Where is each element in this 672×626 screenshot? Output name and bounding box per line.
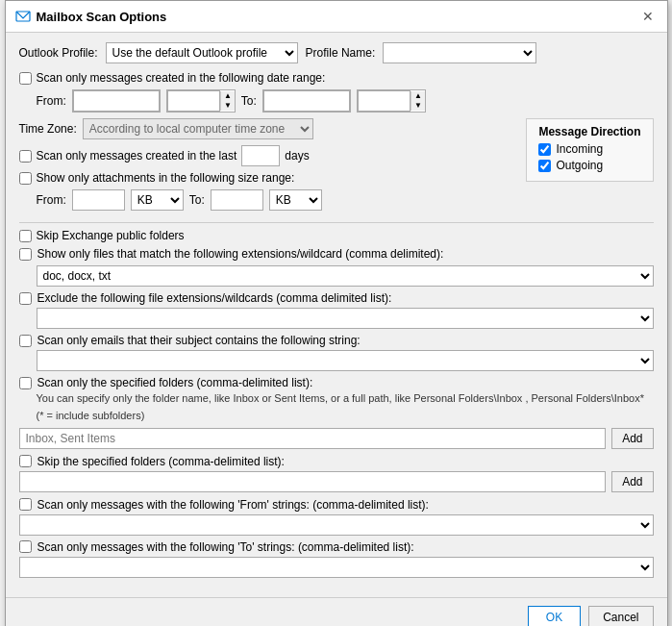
outgoing-checkbox[interactable] — [538, 160, 551, 172]
last-days-row[interactable]: Scan only messages created in the last 5… — [19, 145, 511, 166]
skip-folders-checkbox[interactable] — [19, 455, 32, 467]
attach-to-unit[interactable]: KBMBGB — [269, 189, 322, 211]
show-extensions-input-row: doc, docx, txt — [37, 265, 654, 287]
exclude-extensions-label: Exclude the following file extensions/wi… — [37, 291, 392, 305]
bottom-bar: OK Cancel — [6, 597, 667, 626]
skip-folders-input[interactable] — [19, 471, 607, 492]
show-extensions-input[interactable]: doc, docx, txt — [37, 265, 654, 287]
exclude-extensions-input[interactable] — [37, 308, 654, 329]
scan-folders-input-row: Add — [19, 428, 654, 449]
show-extensions-label: Show only files that match the following… — [37, 247, 654, 261]
skip-exchange-checkbox[interactable] — [19, 230, 32, 242]
ok-button[interactable]: OK — [528, 606, 581, 626]
to-time-input[interactable]: 0:00:00 — [358, 90, 411, 112]
from-strings-input-row — [19, 514, 654, 536]
scan-folders-add-button[interactable]: Add — [611, 428, 653, 449]
attach-from-input[interactable]: 0 — [72, 189, 125, 211]
attach-from-unit[interactable]: KBMBGB — [131, 189, 184, 211]
close-button[interactable]: ✕ — [638, 7, 658, 26]
to-time-spinner-btns: ▲ ▼ — [411, 91, 425, 111]
attachments-range-row: From: 0 KBMBGB To: 1000 KBMBGB — [37, 189, 511, 211]
show-extensions-checkbox[interactable] — [19, 248, 32, 261]
last-days-label: Scan only messages created in the last — [37, 149, 237, 163]
timezone-select[interactable]: According to local computer time zone — [83, 118, 313, 139]
to-strings-row: Scan only messages with the following 'T… — [19, 540, 654, 554]
to-label-date: To: — [241, 94, 257, 108]
scan-folders-row: Scan only the specified folders (comma-d… — [19, 376, 654, 389]
subject-label: Scan only emails that their subject cont… — [37, 334, 361, 347]
last-days-checkbox[interactable] — [19, 150, 32, 163]
from-label: From: — [37, 94, 66, 108]
subject-input-row — [37, 350, 654, 371]
timezone-label: Time Zone: — [19, 122, 77, 136]
attachments-checkbox-row[interactable]: Show only attachments in the following s… — [19, 171, 511, 185]
from-strings-select[interactable] — [19, 514, 654, 536]
to-strings-label: Scan only messages with the following 'T… — [37, 540, 414, 554]
mailbox-scan-dialog: Mailbox Scan Options ✕ Outlook Profile: … — [5, 0, 668, 626]
scan-folders-checkbox[interactable] — [19, 377, 32, 389]
to-time-down[interactable]: ▼ — [411, 101, 425, 111]
subject-filter-row: Scan only emails that their subject cont… — [19, 334, 654, 347]
skip-folders-label: Skip the specified folders (comma-delimi… — [37, 455, 285, 468]
outgoing-label: Outgoing — [556, 159, 603, 172]
timezone-section: Time Zone: According to local computer t… — [19, 118, 511, 216]
from-time-spinner-btns: ▲ ▼ — [220, 91, 235, 111]
skip-folders-input-row: Add — [19, 471, 654, 492]
profile-name-select[interactable] — [383, 42, 536, 63]
outlook-profile-row: Outlook Profile: Use the default Outlook… — [19, 42, 654, 63]
from-date-spinner: 2019/10/ 1 — [72, 89, 161, 113]
dialog-content: Outlook Profile: Use the default Outlook… — [6, 33, 667, 591]
incoming-row: Incoming — [538, 142, 640, 156]
subject-input[interactable] — [37, 350, 654, 371]
to-time-up[interactable]: ▲ — [411, 91, 425, 101]
message-direction-box: Message Direction Incoming Outgoing — [526, 118, 653, 182]
from-date-input[interactable]: 2019/10/ 1 — [73, 90, 160, 112]
outlook-profile-label: Outlook Profile: — [19, 46, 98, 60]
date-range-label: Scan only messages created in the follow… — [37, 71, 326, 85]
exclude-extensions-input-row — [37, 308, 654, 329]
exclude-extensions-checkbox[interactable] — [19, 292, 32, 305]
attachments-checkbox[interactable] — [19, 172, 32, 185]
to-date-spinner: 2019/11/ 1 — [262, 89, 351, 113]
to-strings-input-row — [19, 557, 654, 578]
msg-direction-title: Message Direction — [538, 125, 640, 138]
incoming-label: Incoming — [556, 142, 603, 156]
skip-exchange-row[interactable]: Skip Exchange public folders — [19, 229, 654, 242]
dialog-title: Mailbox Scan Options — [37, 10, 167, 24]
cancel-button[interactable]: Cancel — [588, 606, 653, 626]
days-suffix: days — [285, 149, 309, 163]
from-time-down[interactable]: ▼ — [221, 101, 235, 111]
attach-to-input[interactable]: 1000 — [211, 189, 263, 211]
scan-folders-input[interactable] — [19, 428, 607, 449]
date-range-checkbox-row[interactable]: Scan only messages created in the follow… — [19, 71, 654, 85]
from-time-spinner: 0:00:00 ▲ ▼ — [166, 89, 236, 113]
date-range-inputs: From: 2019/10/ 1 0:00:00 ▲ ▼ To: 2019/11… — [37, 89, 654, 113]
title-bar-left: Mailbox Scan Options — [15, 9, 167, 24]
to-strings-checkbox[interactable] — [19, 540, 32, 553]
incoming-checkbox[interactable] — [538, 143, 551, 156]
divider-1 — [19, 222, 654, 223]
attachments-label: Show only attachments in the following s… — [37, 171, 295, 185]
from-time-up[interactable]: ▲ — [221, 91, 235, 101]
timezone-row: Time Zone: According to local computer t… — [19, 118, 511, 139]
dialog-icon — [15, 9, 31, 24]
skip-folders-row: Skip the specified folders (comma-delimi… — [19, 455, 654, 468]
title-bar: Mailbox Scan Options ✕ — [6, 1, 667, 33]
from-strings-row: Scan only messages with the following 'F… — [19, 498, 654, 512]
exclude-extensions-row: Exclude the following file extensions/wi… — [19, 291, 654, 305]
to-strings-select[interactable] — [19, 557, 654, 578]
outgoing-row: Outgoing — [538, 159, 640, 172]
outlook-profile-select[interactable]: Use the default Outlook profile — [106, 42, 298, 63]
to-time-spinner: 0:00:00 ▲ ▼ — [357, 89, 426, 113]
subject-checkbox[interactable] — [19, 335, 32, 347]
skip-exchange-label: Skip Exchange public folders — [37, 229, 185, 242]
scan-folders-note2: (* = include subfolders) — [37, 409, 654, 423]
from-strings-checkbox[interactable] — [19, 498, 32, 511]
from-time-input[interactable]: 0:00:00 — [167, 90, 220, 112]
skip-folders-add-button[interactable]: Add — [611, 471, 653, 492]
days-input[interactable]: 5 — [241, 145, 280, 166]
to-date-input[interactable]: 2019/11/ 1 — [263, 90, 350, 112]
date-range-checkbox[interactable] — [19, 72, 32, 85]
attach-to-label: To: — [189, 193, 205, 207]
scan-folders-label: Scan only the specified folders (comma-d… — [37, 376, 313, 389]
